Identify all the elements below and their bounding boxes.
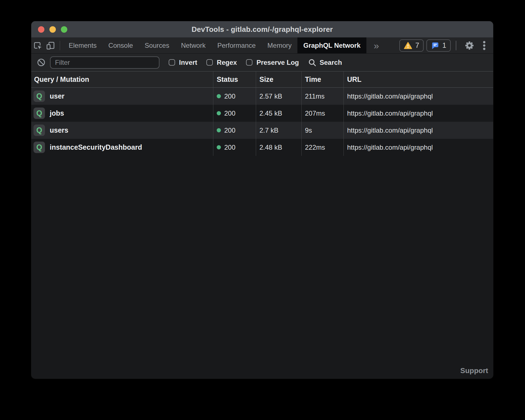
query-name: user [50,92,65,100]
column-header-query-mutation[interactable]: Query / Mutation [31,71,213,87]
kebab-menu-icon [483,40,486,51]
filter-toolbar: Invert Regex Preserve Log Search [31,54,493,71]
inspect-element-button[interactable] [31,37,44,53]
block-icon [37,58,46,67]
status-code: 200 [224,92,235,100]
preserve-log-label: Preserve Log [256,59,299,66]
traffic-lights [38,21,67,37]
query-type-badge: Q [34,142,45,153]
search-icon [308,58,316,67]
warnings-count: 7 [415,41,419,49]
tabbar-right-divider [456,41,456,50]
tab-performance[interactable]: Performance [211,37,261,53]
tab-elements[interactable]: Elements [63,37,102,53]
query-name: users [50,126,68,134]
query-type-badge: Q [34,90,45,102]
request-url: https://gitlab.com/api/graphql [343,88,493,105]
zoom-button[interactable] [61,26,67,33]
column-header-time[interactable]: Time [301,71,343,87]
more-options-button[interactable] [479,37,493,53]
filter-input[interactable] [50,56,159,69]
table-row[interactable]: Q jobs 200 2.45 kB 207ms https://gitlab.… [31,105,493,122]
regex-checkbox-group: Regex [206,59,237,66]
status-ok-dot-icon [217,128,221,132]
gear-icon [464,40,475,51]
issues-count: 1 [442,41,446,49]
tab-network[interactable]: Network [175,37,211,53]
request-url: https://gitlab.com/api/graphql [343,122,493,139]
inspect-cursor-icon [33,41,42,50]
status-code: 200 [224,127,235,134]
title-bar[interactable]: DevTools - gitlab.com/-/graphql-explorer [31,21,493,37]
warnings-badge[interactable]: 7 [399,39,424,52]
table-header: Query / Mutation Status Size Time URL [31,71,493,88]
status-ok-dot-icon [217,111,221,115]
preserve-log-checkbox-group: Preserve Log [246,59,299,66]
devtools-tab-bar: Elements Console Sources Network Perform… [31,37,493,54]
column-header-url[interactable]: URL [343,71,493,87]
status-ok-dot-icon [217,94,221,98]
invert-checkbox-group: Invert [169,59,197,66]
search-button[interactable]: Search [308,58,342,67]
regex-label: Regex [217,59,237,66]
status-code: 200 [224,109,235,117]
query-type-badge: Q [34,108,45,119]
status-ok-dot-icon [217,145,221,149]
support-link[interactable]: Support [460,366,488,375]
tabbar-divider [60,41,60,50]
regex-checkbox[interactable] [206,59,213,66]
status-code: 200 [224,144,235,151]
tab-graphql-network[interactable]: GraphQL Network [297,37,366,53]
window-title: DevTools - gitlab.com/-/graphql-explorer [192,25,333,34]
warning-triangle-icon [404,42,412,49]
response-time: 211ms [301,88,343,105]
more-tabs-chevron-icon[interactable]: » [366,41,386,50]
query-name: instanceSecurityDashboard [50,143,142,151]
response-size: 2.48 kB [256,139,301,156]
query-name: jobs [50,109,64,117]
column-header-status[interactable]: Status [213,71,256,87]
invert-label: Invert [179,59,197,66]
table-row[interactable]: Q users 200 2.7 kB 9s https://gitlab.com… [31,122,493,139]
response-time: 9s [301,122,343,139]
request-url: https://gitlab.com/api/graphql [343,105,493,122]
invert-checkbox[interactable] [169,59,175,66]
search-label: Search [319,59,342,66]
minimize-button[interactable] [49,26,56,33]
response-time: 222ms [301,139,343,156]
request-url: https://gitlab.com/api/graphql [343,139,493,156]
issues-badge[interactable]: 1 [426,39,451,52]
table-row[interactable]: Q instanceSecurityDashboard 200 2.48 kB … [31,139,493,156]
column-header-size[interactable]: Size [256,71,301,87]
preserve-log-checkbox[interactable] [246,59,252,66]
response-size: 2.57 kB [256,88,301,105]
response-time: 207ms [301,105,343,122]
device-toolbar-button[interactable] [44,37,57,53]
tab-sources[interactable]: Sources [139,37,175,53]
clear-filter-button[interactable] [37,58,46,67]
close-button[interactable] [38,26,44,33]
tab-console[interactable]: Console [102,37,139,53]
response-size: 2.45 kB [256,105,301,122]
query-type-badge: Q [34,125,45,136]
devtools-window: DevTools - gitlab.com/-/graphql-explorer… [31,21,493,379]
settings-button[interactable] [460,37,479,53]
message-bubble-icon [431,41,439,50]
table-row[interactable]: Q user 200 2.57 kB 211ms https://gitlab.… [31,88,493,105]
response-size: 2.7 kB [256,122,301,139]
tab-memory[interactable]: Memory [262,37,298,53]
device-toolbar-icon [46,41,55,50]
